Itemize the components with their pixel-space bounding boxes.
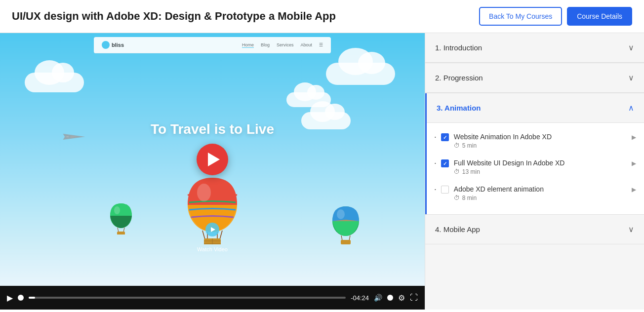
section-header-mobile-app[interactable]: 4. Mobile App∨ [425,215,644,244]
chevron-animation-icon: ∧ [628,103,634,113]
duration-text: 8 min [462,195,477,201]
lesson-play-icon[interactable]: ▶ [632,134,636,141]
mockup-nav-services: Services [277,42,294,48]
svg-line-3 [220,231,222,239]
lesson-checkbox[interactable] [441,133,449,141]
lesson-play-icon[interactable]: ▶ [632,160,636,167]
mockup-nav-links: Home Blog Services About ☰ [242,42,323,48]
mockup-nav-home: Home [242,42,254,48]
section-title-progression: 2. Progression [435,74,483,82]
list-item[interactable]: •Full Website UI Design In Adobe XD⏱13 m… [435,154,636,180]
section-introduction: 1. Introduction∨ [425,33,644,63]
volume-icon[interactable]: 🔊 [374,294,382,302]
settings-icon[interactable]: ⚙ [398,293,405,303]
svg-line-18 [349,235,350,240]
svg-line-12 [118,228,119,232]
lesson-info: Adobe XD element animation⏱8 min [454,185,627,201]
section-header-progression[interactable]: 2. Progression∨ [425,63,644,93]
clock-icon: ⏱ [454,142,460,149]
mockup-logo-icon [102,41,110,49]
volume-dot[interactable] [387,295,393,301]
chevron-introduction-icon: ∨ [628,43,634,52]
mockup-nav-menu: ☰ [319,42,323,48]
mini-play-button[interactable] [205,223,219,236]
mockup-logo: bliss [102,41,124,49]
mockup-nav-blog: Blog [261,42,270,48]
lesson-duration: ⏱5 min [454,142,627,149]
fullscreen-icon[interactable]: ⛶ [410,293,418,302]
lesson-title: Website Animation In Adobe XD [454,133,627,141]
lesson-info: Website Animation In Adobe XD⏱5 min [454,133,627,149]
video-controls: ▶ -04:24 🔊 ⚙ ⛶ [0,286,425,310]
lesson-title: Full Website UI Design In Adobe XD [454,159,627,167]
svg-point-16 [337,209,345,219]
section-title-animation: 3. Animation [437,104,481,112]
mockup-logo-text: bliss [112,42,124,48]
balloon-small-left [109,202,133,236]
svg-line-2 [202,231,205,239]
svg-line-17 [341,235,342,240]
progress-dot[interactable] [18,295,24,301]
lesson-bullet-icon: • [435,161,436,165]
mockup-navbar: bliss Home Blog Services About ☰ [94,37,331,53]
video-travel-text: To Travel is to Live [151,121,274,137]
page-title: UI/UX design with Adobe XD: Design & Pro… [12,10,336,23]
course-sidebar: 1. Introduction∨2. Progression∨3. Animat… [425,33,644,310]
mockup-nav-about: About [300,42,312,48]
section-header-introduction[interactable]: 1. Introduction∨ [425,33,644,63]
course-details-button[interactable]: Course Details [567,7,632,26]
section-mobile-app: 4. Mobile App∨ [425,215,644,244]
section-title-introduction: 1. Introduction [435,43,482,52]
video-section: bliss Home Blog Services About ☰ To Trav… [0,33,425,310]
progress-bar[interactable] [29,297,346,299]
duration-text: 5 min [462,142,477,149]
lesson-duration: ⏱13 min [454,168,627,175]
play-pause-button[interactable]: ▶ [7,293,13,303]
lessons-animation: •Website Animation In Adobe XD⏱5 min▶•Fu… [427,123,644,214]
svg-point-1 [197,184,211,201]
mini-play-triangle [211,227,215,232]
lesson-play-icon[interactable]: ▶ [632,186,636,193]
section-animation: 3. Animation∧•Website Animation In Adobe… [425,93,644,214]
chevron-progression-icon: ∨ [628,73,634,82]
lesson-checkbox[interactable] [441,159,449,167]
back-to-courses-button[interactable]: Back To My Courses [479,7,562,26]
lesson-title: Adobe XD element animation [454,185,627,193]
balloon-small-right [331,205,361,246]
clock-icon: ⏱ [454,168,460,175]
svg-rect-14 [117,232,125,234]
svg-point-11 [114,206,120,214]
clock-icon: ⏱ [454,195,460,201]
video-container[interactable]: bliss Home Blog Services About ☰ To Trav… [0,33,425,286]
lesson-bullet-icon: • [435,187,436,192]
play-button[interactable] [197,144,228,175]
duration-text: 13 min [462,168,480,175]
airplane-decoration [59,132,89,144]
header-actions: Back To My Courses Course Details [479,7,632,26]
cloud-decoration [301,112,351,129]
svg-line-13 [123,228,124,232]
website-mockup: bliss Home Blog Services About ☰ [94,37,331,53]
lesson-bullet-icon: • [435,135,436,139]
chevron-mobile-app-icon: ∨ [628,225,634,234]
section-title-mobile-app: 4. Mobile App [435,225,480,234]
video-background: bliss Home Blog Services About ☰ To Trav… [0,33,425,286]
svg-rect-19 [341,240,351,244]
watch-video-label: Watch Video [197,246,228,252]
lesson-checkbox[interactable] [441,186,449,194]
lesson-duration: ⏱8 min [454,195,627,201]
list-item[interactable]: •Adobe XD element animation⏱8 min▶ [435,180,636,206]
list-item[interactable]: •Website Animation In Adobe XD⏱5 min▶ [435,128,636,154]
section-progression: 2. Progression∨ [425,63,644,93]
progress-fill [29,297,35,299]
section-header-animation[interactable]: 3. Animation∧ [427,93,644,123]
lesson-info: Full Website UI Design In Adobe XD⏱13 mi… [454,159,627,175]
time-remaining: -04:24 [351,294,369,302]
main-layout: bliss Home Blog Services About ☰ To Trav… [0,33,644,310]
cloud-decoration [326,63,395,85]
page-header: UI/UX design with Adobe XD: Design & Pro… [0,0,644,33]
cloud-decoration [25,73,84,92]
play-icon [208,153,220,166]
